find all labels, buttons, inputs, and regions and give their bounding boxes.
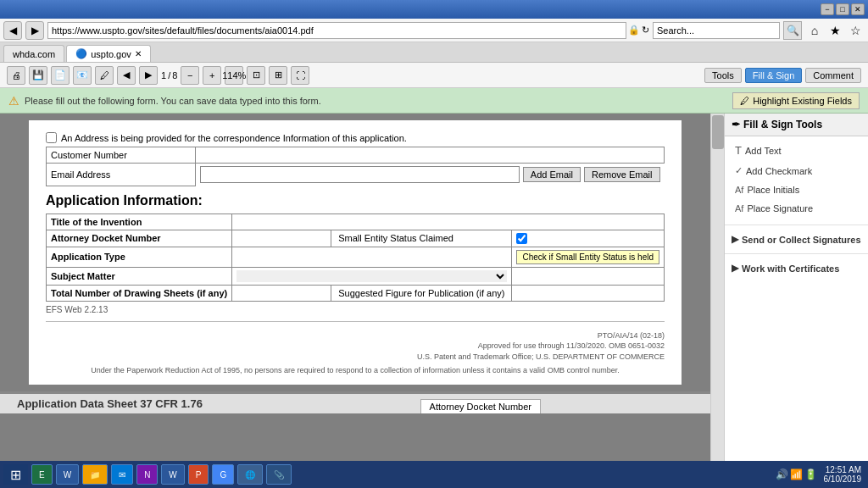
tray-icon-1: 🔊	[776, 469, 788, 480]
fit-page-button[interactable]: ⊡	[247, 66, 265, 85]
taskbar-word2[interactable]: W	[161, 464, 184, 485]
subject-matter-select[interactable]	[236, 270, 507, 282]
search-input[interactable]	[653, 22, 780, 39]
place-initials-icon: Af	[735, 185, 743, 195]
subject-matter-row: Subject Matter	[47, 267, 665, 285]
tab-uspto-favicon: 🔵	[75, 48, 87, 59]
taskbar-word[interactable]: W	[56, 464, 79, 485]
tab-close-icon[interactable]: ✕	[135, 49, 142, 58]
zoom-out-button[interactable]: −	[181, 66, 199, 85]
taskbar-chrome[interactable]: G	[212, 464, 234, 485]
toolbar-icon-6[interactable]: ◀	[117, 66, 136, 85]
address-bar: ◀ ▶ 🔒 ↻ 🔍 ⌂ ★ ☆	[0, 19, 868, 42]
refresh-icon[interactable]: ↻	[642, 25, 649, 36]
page-separator: /	[168, 70, 170, 80]
taskbar-ie[interactable]: 🌐	[237, 464, 263, 485]
back-button[interactable]: ◀	[3, 21, 22, 40]
clock-date: 6/10/2019	[824, 474, 862, 484]
zoom-level[interactable]: 114%	[225, 66, 243, 85]
address-checkbox[interactable]	[46, 132, 57, 143]
customer-number-label: Customer Number	[47, 147, 196, 164]
highlight-fields-button[interactable]: 🖊 Highlight Existing Fields	[732, 92, 860, 109]
url-input[interactable]	[47, 22, 626, 39]
small-entity-checkbox[interactable]	[516, 233, 527, 244]
send-collect-section[interactable]: ▶ Send or Collect Signatures	[725, 229, 868, 250]
tools-button[interactable]: Tools	[704, 68, 742, 83]
application-type-label: Application Type	[47, 247, 232, 267]
system-tray: 🔊 📶 🔋	[776, 469, 817, 480]
remove-email-button[interactable]: Remove Email	[584, 167, 660, 182]
tab-uspto-label: uspto.gov	[91, 49, 131, 59]
work-certificates-section[interactable]: ▶ Work with Certificates	[725, 258, 868, 279]
drawing-sheets-label: Total Number of Drawing Sheets (if any)	[47, 285, 232, 301]
start-button[interactable]: ⊞	[3, 464, 28, 485]
add-text-label: Add Text	[745, 146, 782, 156]
taskbar-mail[interactable]: ✉	[111, 464, 133, 485]
add-checkmark-label: Add Checkmark	[746, 166, 812, 176]
tab-uspto[interactable]: 🔵 uspto.gov ✕	[66, 45, 151, 62]
place-signature-item[interactable]: Af Place Signature	[732, 199, 861, 218]
suggested-figure-input[interactable]	[516, 288, 659, 298]
notification-bar: ⚠ Please fill out the following form. Yo…	[0, 88, 868, 114]
toolbar-icon-1[interactable]: 🖨	[7, 66, 25, 85]
place-initials-label: Place Initials	[747, 185, 799, 195]
place-signature-icon: Af	[735, 203, 743, 214]
minimize-button[interactable]: −	[821, 3, 834, 15]
toolbar-icon-2[interactable]: 💾	[29, 66, 47, 85]
toolbar-icon-3[interactable]: 📄	[51, 66, 70, 85]
efs-footer: EFS Web 2.2.13	[46, 302, 665, 318]
bookmark-icon[interactable]: ★	[826, 21, 844, 40]
fit-width-button[interactable]: ⊞	[269, 66, 287, 85]
title-invention-input[interactable]	[236, 217, 659, 227]
document-footer: PTO/AIA/14 (02-18) Approved for use thro…	[46, 327, 665, 366]
customer-number-input[interactable]	[200, 150, 659, 160]
application-form-table: Title of the Invention Attorney Docket N…	[46, 214, 665, 302]
attorney-docket-tab[interactable]: Attorney Docket Number	[420, 399, 541, 413]
drawing-sheets-input[interactable]	[236, 288, 326, 298]
forward-button[interactable]: ▶	[25, 21, 44, 40]
toolbar-icon-7[interactable]: ▶	[139, 66, 158, 85]
pdf-scrollbar[interactable]	[710, 114, 724, 488]
place-initials-item[interactable]: Af Place Initials	[732, 180, 861, 199]
add-email-button[interactable]: Add Email	[523, 167, 581, 182]
fill-sign-button[interactable]: Fill & Sign	[745, 68, 803, 83]
pdf-content: An Address is being provided for the cor…	[0, 114, 724, 488]
taskbar-ie2[interactable]: 📎	[266, 464, 292, 485]
taskbar-onenote[interactable]: N	[136, 464, 158, 485]
pdf-page: An Address is being provided for the cor…	[29, 120, 682, 385]
add-checkmark-item[interactable]: ✓ Add Checkmark	[732, 161, 861, 180]
scrollbar-thumb[interactable]	[712, 115, 724, 149]
small-entity-label: Small Entity Status Claimed	[331, 230, 512, 247]
bottom-section-label: Application Data Sheet 37 CFR 1.76	[17, 397, 203, 410]
add-text-icon: T	[735, 144, 742, 157]
email-address-input[interactable]	[200, 166, 520, 183]
add-checkmark-icon: ✓	[735, 165, 743, 176]
taskbar-excel[interactable]: E	[31, 464, 53, 485]
send-collect-label: Send or Collect Signatures	[742, 235, 861, 245]
fullscreen-button[interactable]: ⛶	[291, 66, 309, 85]
taskbar: ⊞ E W 📁 ✉ N W P G 🌐 📎 🔊 📶 🔋 12:51 AM 6/1…	[0, 461, 868, 488]
taskbar-ppt[interactable]: P	[188, 464, 209, 485]
home-icon[interactable]: ⌂	[805, 21, 824, 40]
toolbar-icon-5[interactable]: 🖊	[95, 66, 114, 85]
taskbar-folder[interactable]: 📁	[82, 464, 108, 485]
place-signature-label: Place Signature	[747, 203, 813, 214]
comment-button[interactable]: Comment	[805, 68, 861, 83]
maximize-button[interactable]: □	[836, 3, 849, 15]
settings-icon[interactable]: ☆	[846, 21, 865, 40]
footer-line3: U.S. Patent and Trademark Office; U.S. D…	[46, 352, 665, 363]
page-navigation: 1 / 8	[161, 70, 177, 80]
efs-version: EFS Web 2.2.13	[46, 305, 108, 314]
application-type-input[interactable]	[236, 252, 507, 262]
zoom-in-button[interactable]: +	[203, 66, 221, 85]
add-text-item[interactable]: T Add Text	[732, 140, 861, 161]
toolbar-icon-4[interactable]: 📧	[73, 66, 92, 85]
close-button[interactable]: ✕	[851, 3, 865, 15]
main-area: An Address is being provided for the cor…	[0, 114, 868, 488]
suggested-figure-label: Suggested Figure for Publication (if any…	[331, 285, 512, 301]
tab-whda[interactable]: whda.com	[3, 45, 64, 62]
search-button[interactable]: 🔍	[783, 21, 802, 40]
notification-text: Please fill out the following form. You …	[25, 96, 321, 106]
attorney-docket-input[interactable]	[236, 233, 326, 243]
panel-header-icon: ✒	[732, 119, 740, 130]
